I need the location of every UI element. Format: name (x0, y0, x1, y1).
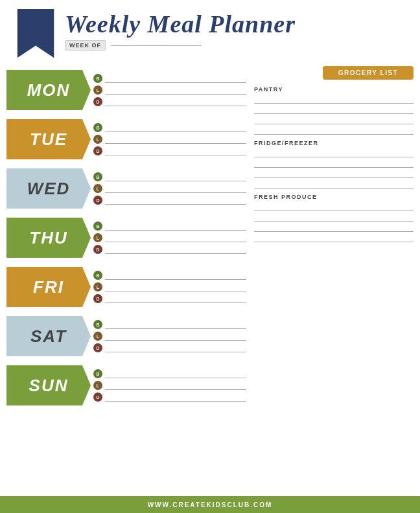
meal-input-line[interactable] (105, 381, 246, 390)
meal-circle-d: D (93, 294, 102, 303)
meal-circle-b: B (93, 222, 102, 231)
meal-circle-b: B (93, 123, 102, 132)
meal-line-b: B (93, 123, 246, 132)
meal-line-d: D (93, 97, 246, 106)
meal-line-b: B (93, 369, 246, 378)
meal-line-d: D (93, 393, 246, 402)
grocery-list-button[interactable]: GROCERY LIST (323, 66, 414, 80)
meal-circle-b: B (93, 369, 102, 378)
day-row-wed: WEDBLD (6, 165, 246, 212)
day-label-sat: SAT (6, 315, 91, 357)
meal-input-line[interactable] (105, 245, 246, 254)
day-label-fri: FRI (6, 266, 91, 308)
day-label-mon: MON (6, 69, 91, 111)
footer-text: WWW.CREATEKIDSCLUB.COM (148, 501, 273, 508)
meal-circle-d: D (93, 196, 102, 205)
meal-circle-b: B (93, 172, 102, 181)
meal-input-line[interactable] (105, 332, 246, 341)
meal-circle-l: L (93, 282, 102, 291)
grocery-line[interactable] (254, 115, 414, 124)
meal-circle-l: L (93, 135, 102, 144)
meal-line-b: B (93, 172, 246, 181)
grocery-line[interactable] (254, 105, 414, 114)
meal-line-d: D (93, 196, 246, 205)
meal-input-line[interactable] (105, 146, 246, 155)
footer: WWW.CREATEKIDSCLUB.COM (0, 496, 420, 513)
meal-line-b: B (93, 74, 246, 83)
week-of-line (111, 45, 202, 46)
meal-input-line[interactable] (105, 343, 246, 352)
grocery-line[interactable] (254, 148, 414, 157)
day-name-sun: SUN (6, 365, 91, 405)
meal-line-d: D (93, 343, 246, 352)
day-label-sun: SUN (6, 365, 91, 406)
day-row-mon: MONBLD (6, 66, 246, 114)
meal-input-line[interactable] (105, 393, 246, 402)
grocery-line[interactable] (254, 95, 414, 104)
day-row-sat: SATBLD (6, 312, 246, 360)
grocery-line[interactable] (254, 212, 414, 222)
meal-line-b: B (93, 271, 246, 280)
meal-input-line[interactable] (105, 320, 246, 329)
meal-line-l: L (93, 233, 246, 242)
header: Weekly Meal Planner WEEK OF (0, 0, 420, 66)
day-row-sun: SUNBLD (6, 361, 246, 409)
day-row-fri: FRIBLD (6, 263, 246, 311)
day-label-tue: TUE (6, 119, 91, 160)
day-name-wed: WED (6, 168, 91, 209)
day-name-tue: TUE (6, 119, 91, 159)
meal-lines-sat: BLD (93, 320, 246, 352)
bookmark-icon (13, 9, 58, 61)
meal-line-d: D (93, 146, 246, 155)
grocery-line[interactable] (254, 202, 414, 211)
meal-input-line[interactable] (105, 196, 246, 205)
meal-circle-l: L (93, 233, 102, 242)
meal-input-line[interactable] (105, 86, 246, 95)
meal-input-line[interactable] (105, 294, 246, 303)
meal-input-line[interactable] (105, 74, 246, 83)
meal-circle-d: D (93, 97, 102, 106)
week-of-row: WEEK OF (65, 40, 296, 51)
grocery-line[interactable] (254, 179, 414, 188)
meal-circle-l: L (93, 332, 102, 341)
day-name-fri: FRI (6, 267, 91, 307)
meal-input-line[interactable] (105, 369, 246, 378)
meal-line-l: L (93, 332, 246, 341)
meal-input-line[interactable] (105, 282, 246, 291)
main-content: MONBLDTUEBLDWEDBLDTHUBLDFRIBLDSATBLDSUNB… (0, 66, 420, 409)
meal-lines-wed: BLD (93, 172, 246, 205)
meal-line-l: L (93, 282, 246, 291)
meal-line-d: D (93, 245, 246, 254)
meal-line-l: L (93, 184, 246, 193)
grocery-line[interactable] (254, 159, 414, 168)
meal-line-b: B (93, 222, 246, 231)
meal-input-line[interactable] (105, 172, 246, 181)
day-row-tue: TUEBLD (6, 115, 246, 163)
meal-lines-fri: BLD (93, 271, 246, 303)
meal-line-b: B (93, 320, 246, 329)
meal-input-line[interactable] (105, 123, 246, 132)
meal-input-line[interactable] (105, 97, 246, 106)
grocery-category-fresh produce: FRESH PRODUCE (254, 194, 414, 200)
meal-circle-l: L (93, 86, 102, 95)
day-name-thu: THU (6, 218, 91, 258)
meal-input-line[interactable] (105, 135, 246, 144)
meal-input-line[interactable] (105, 222, 246, 231)
grocery-line[interactable] (254, 126, 414, 135)
day-row-thu: THUBLD (6, 214, 246, 262)
meal-line-d: D (93, 294, 246, 303)
grocery-line[interactable] (254, 169, 414, 178)
meal-lines-tue: BLD (93, 123, 246, 155)
meal-circle-d: D (93, 146, 102, 155)
meal-line-l: L (93, 86, 246, 95)
day-label-thu: THU (6, 217, 91, 258)
meal-input-line[interactable] (105, 233, 246, 242)
grocery-category-pantry: PANTRY (254, 86, 414, 93)
page-title: Weekly Meal Planner (65, 12, 296, 36)
meal-input-line[interactable] (105, 271, 246, 280)
grocery-line[interactable] (254, 223, 414, 232)
meal-input-line[interactable] (105, 184, 246, 193)
meal-circle-d: D (93, 343, 102, 352)
grocery-category-fridge-freezer: FRIDGE/FREEZER (254, 140, 414, 146)
grocery-line[interactable] (254, 233, 414, 242)
